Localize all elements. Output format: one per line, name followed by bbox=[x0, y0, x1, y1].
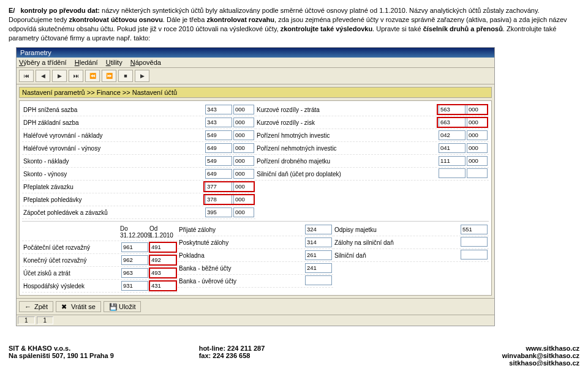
tool-stop-icon[interactable]: ■ bbox=[118, 70, 133, 82]
account-field[interactable]: 377 bbox=[205, 182, 232, 192]
save-button[interactable]: 💾Uložit bbox=[104, 301, 141, 312]
row-label: Zápočet pohledávek a závazků bbox=[23, 209, 204, 216]
footer-hotline: hot-line: 224 211 287 bbox=[199, 345, 390, 352]
table-row: Skonto - náklady549000 bbox=[22, 155, 255, 168]
tool-first-icon[interactable]: ⏮ bbox=[19, 70, 34, 82]
account-field[interactable]: 343 bbox=[205, 118, 232, 127]
sub-field[interactable]: 000 bbox=[233, 207, 254, 217]
menu-item[interactable]: Utility bbox=[106, 59, 123, 66]
new-field[interactable]: 431 bbox=[149, 281, 176, 291]
footer-email2: sitkhaso@sitkhaso.cz bbox=[389, 359, 579, 366]
sub-field[interactable] bbox=[467, 168, 488, 178]
new-field[interactable]: 491 bbox=[149, 242, 176, 252]
account-field[interactable]: 549 bbox=[205, 130, 232, 140]
row-label: DPH snížená sazba bbox=[23, 106, 204, 113]
account-field[interactable]: 663 bbox=[439, 118, 466, 127]
back-button[interactable]: ←Zpět bbox=[19, 301, 53, 312]
account-field[interactable]: 314 bbox=[305, 237, 332, 247]
bottom-mid-column: Přijaté zálohy324Poskytnuté zálohy314Pok… bbox=[178, 223, 333, 293]
table-row: Haléřové vyrovnání - náklady549000 bbox=[22, 129, 255, 142]
sub-field[interactable]: 000 bbox=[233, 156, 254, 166]
account-field[interactable]: 395 bbox=[205, 207, 232, 217]
status-cell: 1 bbox=[37, 316, 54, 324]
intro-lead: E/ bbox=[9, 7, 15, 14]
tool-last-icon[interactable]: ⏭ bbox=[69, 70, 83, 82]
sub-field[interactable]: 000 bbox=[467, 143, 488, 153]
table-row: DPH základní sazba343000 bbox=[22, 116, 255, 129]
account-field[interactable]: 324 bbox=[305, 225, 332, 234]
status-cell: 1 bbox=[18, 316, 35, 324]
row-label: Přeplatek závazku bbox=[23, 184, 204, 190]
menu-item[interactable]: Hledání bbox=[75, 59, 98, 66]
menubar[interactable]: Výběry a třídění Hledání Utility Nápověd… bbox=[17, 58, 494, 68]
table-row: Kurzové rozdíly - zisk663000 bbox=[255, 116, 489, 129]
sub-field[interactable]: 000 bbox=[233, 143, 254, 153]
account-field[interactable]: 378 bbox=[205, 195, 232, 204]
intro-p1e: zkontrolovat rozvahu bbox=[206, 16, 274, 23]
sub-field[interactable]: 000 bbox=[233, 105, 254, 114]
sub-field[interactable]: 000 bbox=[467, 156, 488, 166]
row-label: Zálohy na silniční daň bbox=[334, 239, 459, 246]
menu-item[interactable]: Výběry a třídění bbox=[19, 59, 67, 66]
account-field[interactable]: 241 bbox=[305, 263, 332, 273]
row-label: Odpisy majetku bbox=[334, 226, 459, 233]
account-field[interactable]: 649 bbox=[205, 143, 232, 153]
table-row: Účet zisků a ztrát963493 bbox=[22, 267, 178, 280]
old-field[interactable]: 931 bbox=[121, 281, 148, 291]
sub-field[interactable]: 000 bbox=[233, 195, 254, 204]
account-field[interactable]: 549 bbox=[205, 156, 232, 166]
sub-field[interactable]: 000 bbox=[233, 169, 254, 179]
old-field[interactable]: 961 bbox=[121, 242, 148, 252]
tool-fwd-icon[interactable]: ⏩ bbox=[102, 70, 116, 82]
footer-web: www.sitkhaso.cz bbox=[389, 345, 579, 352]
account-field[interactable] bbox=[461, 250, 488, 260]
account-field[interactable] bbox=[305, 275, 332, 285]
intro-paragraph: E/ kontroly po převodu dat: názvy někter… bbox=[9, 6, 579, 42]
tool-play-icon[interactable]: ▶ bbox=[135, 70, 149, 82]
new-field[interactable]: 492 bbox=[149, 255, 176, 265]
account-field[interactable]: 551 bbox=[461, 225, 488, 234]
sub-field[interactable]: 000 bbox=[467, 130, 488, 140]
exit-label: Vrátit se bbox=[71, 303, 96, 310]
account-field[interactable]: 649 bbox=[205, 169, 232, 179]
account-field[interactable] bbox=[439, 168, 466, 178]
tool-rev-icon[interactable]: ⏪ bbox=[85, 70, 100, 82]
row-label: Skonto - výnosy bbox=[23, 171, 204, 177]
row-label: Silniční daň bbox=[334, 252, 459, 259]
row-label: Pokladna bbox=[179, 252, 304, 259]
intro-p1a: kontroly po převodu dat: bbox=[20, 7, 100, 14]
account-field[interactable]: 261 bbox=[305, 250, 332, 260]
sub-field[interactable]: 000 bbox=[467, 118, 488, 127]
table-row: Hospodářský výsledek931431 bbox=[22, 280, 178, 293]
account-field[interactable]: 343 bbox=[205, 105, 232, 114]
sub-field[interactable]: 000 bbox=[233, 118, 254, 127]
account-field[interactable] bbox=[461, 237, 488, 247]
save-icon: 💾 bbox=[109, 303, 116, 310]
window-title: Parametry bbox=[17, 48, 494, 58]
table-row: DPH snížená sazba343000 bbox=[22, 103, 255, 116]
exit-icon: ✖ bbox=[61, 303, 69, 310]
account-field[interactable]: 042 bbox=[439, 130, 466, 140]
sub-field[interactable]: 000 bbox=[467, 105, 488, 114]
account-field[interactable]: 563 bbox=[439, 105, 466, 114]
new-field[interactable]: 493 bbox=[149, 268, 176, 278]
footer-company: SIT & KHASO v.o.s. bbox=[9, 345, 199, 352]
row-label: Přeplatek pohledávky bbox=[23, 196, 204, 203]
exit-button[interactable]: ✖Vrátit se bbox=[56, 301, 101, 312]
menu-item[interactable]: Nápověda bbox=[130, 59, 161, 66]
account-field[interactable]: 111 bbox=[439, 156, 466, 166]
row-label: Pořízení hmotných investic bbox=[257, 132, 437, 139]
old-field[interactable]: 962 bbox=[121, 255, 148, 265]
tool-next-icon[interactable]: ▶ bbox=[52, 70, 67, 82]
sub-field[interactable]: 000 bbox=[233, 182, 254, 192]
sub-field[interactable]: 000 bbox=[233, 130, 254, 140]
old-field[interactable]: 963 bbox=[121, 268, 148, 278]
account-field[interactable]: 041 bbox=[439, 143, 466, 153]
row-label: Kurzové rozdíly - ztráta bbox=[257, 106, 437, 113]
table-row: Zálohy na silniční daň bbox=[333, 236, 489, 249]
table-row: Přijaté zálohy324 bbox=[178, 223, 333, 236]
row-label: Kurzové rozdíly - zisk bbox=[257, 119, 437, 126]
tool-prev-icon[interactable]: ◀ bbox=[36, 70, 50, 82]
row-label: Haléřové vyrovnání - náklady bbox=[23, 132, 204, 139]
breadcrumb: Nastavení parametrů >> Finance >> Nastav… bbox=[19, 87, 492, 98]
